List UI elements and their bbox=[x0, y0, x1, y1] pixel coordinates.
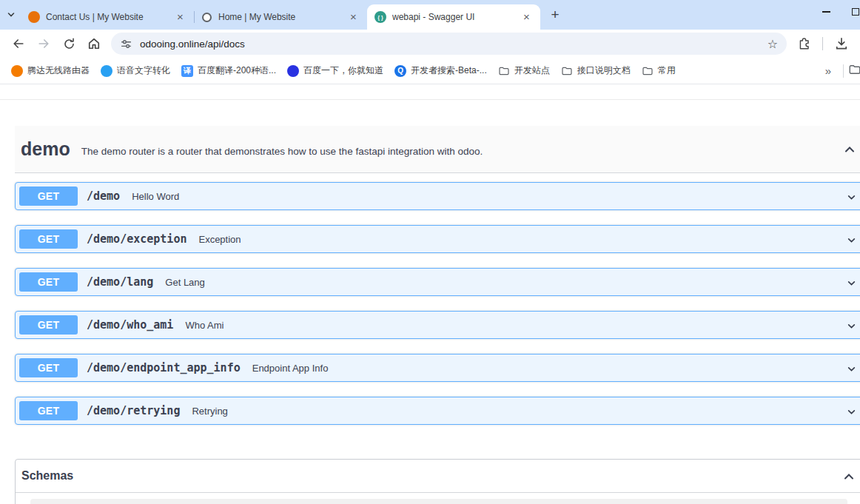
reload-button[interactable] bbox=[58, 33, 80, 55]
endpoint-summary: Who Ami bbox=[185, 320, 224, 331]
tab-favicon-icon: { } bbox=[374, 11, 386, 23]
endpoint-summary: Retrying bbox=[192, 406, 227, 417]
folder-icon bbox=[498, 65, 510, 77]
download-icon bbox=[834, 36, 849, 51]
home-icon bbox=[87, 36, 101, 51]
address-bar[interactable]: odooing.online/api/docs ☆ bbox=[111, 33, 787, 55]
bookmark-label: 语音文字转化 bbox=[117, 64, 170, 77]
tab-close-icon[interactable]: × bbox=[520, 11, 533, 24]
bookmark-item[interactable]: 语音文字转化 bbox=[95, 62, 175, 79]
site-favicon-icon bbox=[287, 65, 299, 77]
bookmark-label: 腾达无线路由器 bbox=[27, 64, 90, 77]
schema-model-row[interactable] bbox=[30, 499, 847, 504]
bookmark-label: 开发站点 bbox=[514, 64, 550, 77]
endpoint-path: /demo/exception bbox=[87, 232, 187, 246]
method-badge: GET bbox=[19, 358, 78, 377]
method-badge: GET bbox=[19, 229, 78, 249]
schemas-section: Schemas bbox=[15, 459, 860, 504]
other-bookmarks-folder-icon[interactable] bbox=[848, 63, 860, 78]
endpoint-path: /demo/who_ami bbox=[87, 318, 173, 332]
bookmarks-list: 腾达无线路由器语音文字转化译百度翻译-200种语...百度一下，你就知道Q开发者… bbox=[6, 62, 682, 79]
bookmark-item[interactable]: 译百度翻译-200种语... bbox=[176, 62, 281, 79]
method-badge: GET bbox=[19, 401, 78, 420]
tag-title: demo bbox=[21, 138, 70, 160]
collapse-chevron-up-icon[interactable] bbox=[842, 142, 857, 160]
bookmark-folder[interactable]: 开发站点 bbox=[493, 62, 555, 79]
bookmark-item[interactable]: Q开发者搜索-Beta-... bbox=[389, 62, 492, 79]
site-favicon-icon: 译 bbox=[181, 65, 193, 77]
api-tag-section-header[interactable]: demo The demo router is a router that de… bbox=[15, 126, 860, 173]
bookmarks-overflow-chevron-icon[interactable]: » bbox=[818, 64, 839, 77]
window-controls bbox=[811, 0, 860, 24]
endpoint-row[interactable]: GET/demo/who_amiWho Ami bbox=[15, 311, 860, 339]
bookmark-label: 百度一下，你就知道 bbox=[303, 64, 383, 77]
bookmark-item[interactable]: 百度一下，你就知道 bbox=[282, 62, 389, 79]
endpoint-path: /demo/endpoint_app_info bbox=[87, 361, 241, 374]
tab-close-icon[interactable]: × bbox=[347, 11, 360, 24]
bookmark-star-icon[interactable]: ☆ bbox=[767, 37, 778, 51]
method-badge: GET bbox=[19, 272, 78, 292]
endpoint-row[interactable]: GET/demo/retryingRetrying bbox=[15, 397, 860, 425]
browser-tab[interactable]: Contact Us | My Website× bbox=[21, 4, 194, 30]
bookmarks-bar: 腾达无线路由器语音文字转化译百度翻译-200种语...百度一下，你就知道Q开发者… bbox=[0, 58, 860, 84]
endpoint-path: /demo bbox=[87, 189, 120, 203]
bookmark-label: 常用 bbox=[658, 64, 676, 77]
reload-icon bbox=[62, 37, 76, 51]
collapse-chevron-up-icon[interactable] bbox=[841, 469, 856, 487]
endpoint-row[interactable]: GET/demo/exceptionException bbox=[15, 225, 860, 253]
endpoint-row[interactable]: GET/demoHello Word bbox=[15, 182, 860, 210]
downloads-button[interactable] bbox=[830, 33, 853, 55]
bookmark-folder[interactable]: 常用 bbox=[636, 62, 681, 79]
endpoint-summary: Endpoint App Info bbox=[252, 363, 329, 374]
endpoint-row[interactable]: GET/demo/langGet Lang bbox=[15, 268, 860, 296]
chevron-down-icon bbox=[7, 10, 16, 19]
endpoint-summary: Exception bbox=[198, 234, 241, 245]
minimize-button[interactable] bbox=[811, 0, 841, 24]
bookmark-folder[interactable]: 接口说明文档 bbox=[556, 62, 636, 79]
page-content: demo The demo router is a router that de… bbox=[0, 84, 860, 504]
schemas-header[interactable]: Schemas bbox=[16, 460, 860, 493]
chevron-down-icon[interactable] bbox=[845, 277, 858, 292]
browser-tab-active[interactable]: { }webapi - Swagger UI× bbox=[367, 4, 540, 30]
folder-icon bbox=[561, 65, 573, 77]
tab-favicon-icon bbox=[202, 13, 212, 22]
browser-tab[interactable]: Home | My Website× bbox=[194, 4, 367, 30]
endpoint-summary: Hello Word bbox=[132, 191, 179, 202]
bookmark-label: 接口说明文档 bbox=[577, 64, 631, 77]
chevron-down-icon[interactable] bbox=[845, 363, 858, 378]
extensions-button[interactable] bbox=[793, 33, 815, 55]
site-favicon-icon: Q bbox=[394, 65, 406, 77]
forward-button[interactable] bbox=[33, 33, 55, 55]
tab-search-chevron-icon[interactable] bbox=[3, 7, 19, 23]
maximize-button[interactable] bbox=[841, 0, 860, 24]
bookmarks-divider bbox=[843, 64, 844, 78]
endpoint-path: /demo/lang bbox=[87, 275, 153, 289]
bookmark-item[interactable]: 腾达无线路由器 bbox=[6, 62, 95, 79]
tab-title: Home | My Website bbox=[218, 12, 343, 22]
content-top-divider bbox=[0, 99, 860, 100]
url-text[interactable]: odooing.online/api/docs bbox=[140, 38, 762, 50]
method-badge: GET bbox=[19, 315, 78, 335]
tag-description: The demo router is a router that demonst… bbox=[81, 146, 483, 157]
home-button[interactable] bbox=[83, 33, 105, 55]
chevron-down-icon[interactable] bbox=[845, 191, 858, 206]
endpoints-list: GET/demoHello WordGET/demo/exceptionExce… bbox=[15, 182, 860, 425]
chevron-down-icon[interactable] bbox=[845, 406, 858, 421]
chevron-down-icon[interactable] bbox=[845, 320, 858, 335]
tab-strip: Contact Us | My Website×Home | My Websit… bbox=[0, 0, 860, 30]
new-tab-button[interactable]: + bbox=[545, 5, 565, 24]
maximize-icon bbox=[852, 8, 859, 16]
site-info-icon[interactable] bbox=[120, 38, 132, 50]
toolbar-divider bbox=[822, 37, 823, 50]
endpoint-summary: Get Lang bbox=[165, 277, 205, 288]
back-arrow-icon bbox=[11, 36, 26, 51]
site-favicon-icon bbox=[101, 65, 112, 77]
method-badge: GET bbox=[19, 187, 78, 206]
chevron-down-icon[interactable] bbox=[845, 234, 858, 249]
bookmark-label: 开发者搜索-Beta-... bbox=[411, 64, 487, 77]
tab-close-icon[interactable]: × bbox=[174, 11, 187, 24]
endpoint-row[interactable]: GET/demo/endpoint_app_infoEndpoint App I… bbox=[15, 354, 860, 382]
back-button[interactable] bbox=[7, 33, 30, 55]
tab-title: Contact Us | My Website bbox=[46, 12, 169, 22]
bookmark-label: 百度翻译-200种语... bbox=[198, 64, 276, 77]
